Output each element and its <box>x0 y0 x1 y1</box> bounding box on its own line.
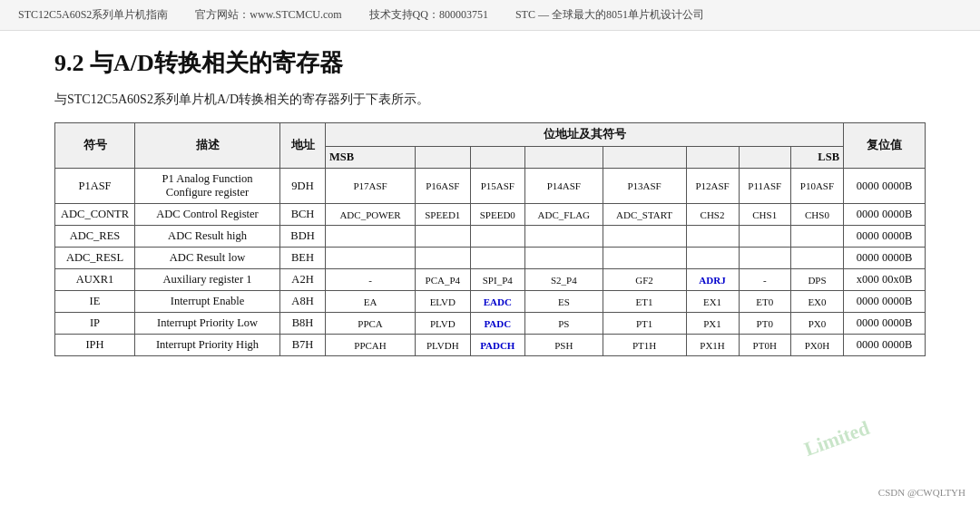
cell-addr: A8H <box>280 291 326 313</box>
col-desc-header: 描述 <box>135 123 280 169</box>
footer-note: CSDN @CWQLTYH <box>878 487 965 498</box>
cell-bit-0: ADC_POWER <box>326 204 416 226</box>
cell-bit-4 <box>603 248 686 269</box>
cell-bit-3 <box>525 248 603 269</box>
cell-bit-0: P17ASF <box>326 169 416 204</box>
cell-bit-3: ADC_FLAG <box>525 204 603 226</box>
cell-reset: 0000 0000B <box>844 226 926 248</box>
cell-bit-4: ET1 <box>603 291 686 313</box>
cell-addr: A2H <box>280 269 326 291</box>
cell-bit-0: EA <box>326 291 416 313</box>
intro-text: 与STC12C5A60S2系列单片机A/D转换相关的寄存器列于下表所示。 <box>54 92 926 108</box>
cell-addr: BEH <box>280 248 326 269</box>
cell-bit-7: P10ASF <box>790 169 843 204</box>
cell-bit-4 <box>603 226 686 248</box>
cell-symbol: IE <box>55 291 135 313</box>
cell-bit-7: EX0 <box>790 291 843 313</box>
cell-bit-3: P14ASF <box>525 169 603 204</box>
cell-bit-2 <box>470 248 524 269</box>
cell-bit-6: PT0H <box>739 335 790 356</box>
cell-bit-7: PX0H <box>790 335 843 356</box>
cell-bit-5: PX1 <box>686 313 739 335</box>
cell-bit-0: PPCAH <box>326 335 416 356</box>
cell-symbol: ADC_CONTR <box>55 204 135 226</box>
cell-bit-3 <box>525 226 603 248</box>
cell-bit-4: PT1H <box>603 335 686 356</box>
header-part4: STC — 全球最大的8051单片机设计公司 <box>515 7 704 23</box>
header-part3: 技术支持QQ：800003751 <box>369 7 488 23</box>
cell-bit-7 <box>790 248 843 269</box>
cell-reset: 0000 0000B <box>844 291 926 313</box>
cell-bit-1: PLVD <box>416 313 470 335</box>
cell-bit-6: CHS1 <box>739 204 790 226</box>
cell-bit-0 <box>326 248 416 269</box>
table-row: AUXR1Auxiliary register 1A2H-PCA_P4SPI_P… <box>55 269 926 291</box>
bit-msb-header: MSB <box>326 147 416 169</box>
cell-desc: Interrupt Enable <box>135 291 280 313</box>
table-row: P1ASFP1 Analog Function Configure regist… <box>55 169 926 204</box>
cell-bit-5: PX1H <box>686 335 739 356</box>
header-part2: 官方网站：www.STCMCU.com <box>195 7 341 23</box>
cell-bit-2: P15ASF <box>470 169 524 204</box>
cell-bit-7: PX0 <box>790 313 843 335</box>
cell-symbol: P1ASF <box>55 169 135 204</box>
cell-addr: B8H <box>280 313 326 335</box>
main-content: 9.2 与A/D转换相关的寄存器 与STC12C5A60S2系列单片机A/D转换… <box>0 31 980 374</box>
cell-bit-7 <box>790 226 843 248</box>
bit-lsb-header: LSB <box>790 147 843 169</box>
cell-desc: Interrupt Priority High <box>135 335 280 356</box>
cell-reset: 0000 0000B <box>844 335 926 356</box>
cell-bit-3: PS <box>525 313 603 335</box>
cell-desc: ADC Control Register <box>135 204 280 226</box>
cell-bit-2: EADC <box>470 291 524 313</box>
cell-bit-6 <box>739 226 790 248</box>
col-addr-header: 地址 <box>280 123 326 169</box>
cell-addr: B7H <box>280 335 326 356</box>
cell-bit-3: PSH <box>525 335 603 356</box>
cell-reset: 0000 0000B <box>844 169 926 204</box>
bit-5-header <box>470 147 524 169</box>
cell-addr: 9DH <box>280 169 326 204</box>
cell-bit-4: ADC_START <box>603 204 686 226</box>
watermark: Limited <box>801 416 873 461</box>
cell-bit-5: EX1 <box>686 291 739 313</box>
cell-bit-1 <box>416 248 470 269</box>
cell-bit-1: PLVDH <box>416 335 470 356</box>
cell-bit-7: CHS0 <box>790 204 843 226</box>
cell-addr: BDH <box>280 226 326 248</box>
cell-bit-5: CHS2 <box>686 204 739 226</box>
cell-bit-2: SPI_P4 <box>470 269 524 291</box>
table-row: ADC_RESLADC Result lowBEH0000 0000B <box>55 248 926 269</box>
cell-reset: 0000 0000B <box>844 204 926 226</box>
cell-bit-0: - <box>326 269 416 291</box>
cell-bit-4: PT1 <box>603 313 686 335</box>
bit-1-header <box>739 147 790 169</box>
table-header-row: 符号 描述 地址 位地址及其符号 复位值 <box>55 123 926 147</box>
cell-bit-6: - <box>739 269 790 291</box>
table-row: ADC_CONTRADC Control RegisterBCHADC_POWE… <box>55 204 926 226</box>
cell-bit-6 <box>739 248 790 269</box>
cell-bit-6: P11ASF <box>739 169 790 204</box>
cell-symbol: IPH <box>55 335 135 356</box>
cell-bit-7: DPS <box>790 269 843 291</box>
cell-reset: 0000 0000B <box>844 248 926 269</box>
bit-4-header <box>525 147 603 169</box>
cell-bit-5 <box>686 226 739 248</box>
cell-bit-6: ET0 <box>739 291 790 313</box>
cell-bit-1 <box>416 226 470 248</box>
cell-bit-2: SPEED0 <box>470 204 524 226</box>
table-row: IPInterrupt Priority LowB8HPPCAPLVDPADCP… <box>55 313 926 335</box>
col-reset-header: 复位值 <box>844 123 926 169</box>
col-bits-header: 位地址及其符号 <box>326 123 844 147</box>
section-title: 9.2 与A/D转换相关的寄存器 <box>54 47 926 79</box>
cell-bit-5: ADRJ <box>686 269 739 291</box>
cell-symbol: AUXR1 <box>55 269 135 291</box>
cell-desc: P1 Analog Function Configure register <box>135 169 280 204</box>
table-row: IPHInterrupt Priority HighB7HPPCAHPLVDHP… <box>55 335 926 356</box>
cell-bit-1: P16ASF <box>416 169 470 204</box>
table-row: ADC_RESADC Result highBDH0000 0000B <box>55 226 926 248</box>
cell-symbol: ADC_RES <box>55 226 135 248</box>
cell-bit-0: PPCA <box>326 313 416 335</box>
cell-bit-1: ELVD <box>416 291 470 313</box>
cell-bit-5 <box>686 248 739 269</box>
